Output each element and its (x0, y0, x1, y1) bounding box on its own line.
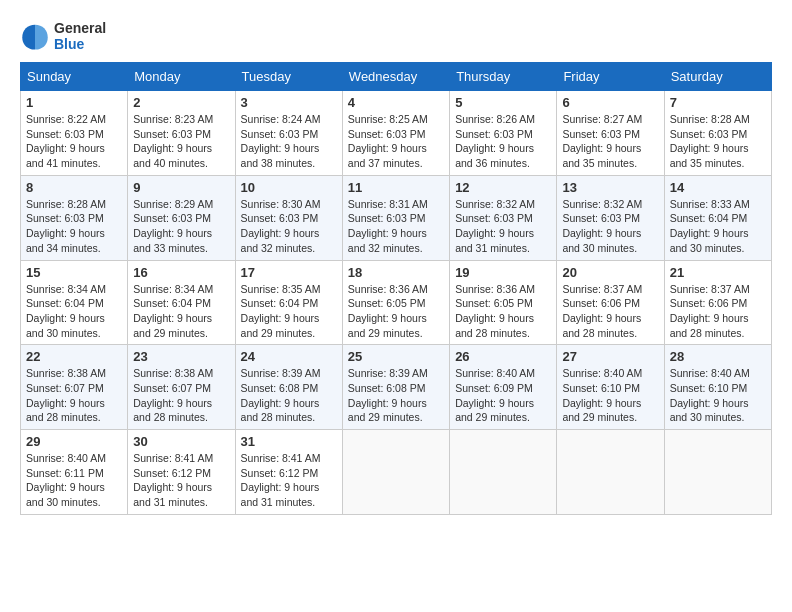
calendar-day-cell: 31Sunrise: 8:41 AMSunset: 6:12 PMDayligh… (235, 430, 342, 515)
calendar-day-cell: 26Sunrise: 8:40 AMSunset: 6:09 PMDayligh… (450, 345, 557, 430)
calendar-table: SundayMondayTuesdayWednesdayThursdayFrid… (20, 62, 772, 515)
calendar-day-cell: 22Sunrise: 8:38 AMSunset: 6:07 PMDayligh… (21, 345, 128, 430)
day-info: Sunrise: 8:25 AMSunset: 6:03 PMDaylight:… (348, 112, 444, 171)
day-info: Sunrise: 8:24 AMSunset: 6:03 PMDaylight:… (241, 112, 337, 171)
day-of-week-header: Tuesday (235, 63, 342, 91)
day-info: Sunrise: 8:40 AMSunset: 6:09 PMDaylight:… (455, 366, 551, 425)
day-of-week-header: Wednesday (342, 63, 449, 91)
day-number: 1 (26, 95, 122, 110)
day-info: Sunrise: 8:41 AMSunset: 6:12 PMDaylight:… (133, 451, 229, 510)
day-of-week-header: Friday (557, 63, 664, 91)
logo-icon (20, 21, 50, 51)
day-number: 25 (348, 349, 444, 364)
day-number: 4 (348, 95, 444, 110)
day-info: Sunrise: 8:40 AMSunset: 6:10 PMDaylight:… (562, 366, 658, 425)
calendar-day-cell: 25Sunrise: 8:39 AMSunset: 6:08 PMDayligh… (342, 345, 449, 430)
day-number: 16 (133, 265, 229, 280)
calendar-header-row: SundayMondayTuesdayWednesdayThursdayFrid… (21, 63, 772, 91)
day-info: Sunrise: 8:28 AMSunset: 6:03 PMDaylight:… (26, 197, 122, 256)
day-info: Sunrise: 8:38 AMSunset: 6:07 PMDaylight:… (26, 366, 122, 425)
day-info: Sunrise: 8:40 AMSunset: 6:11 PMDaylight:… (26, 451, 122, 510)
calendar-day-cell: 13Sunrise: 8:32 AMSunset: 6:03 PMDayligh… (557, 175, 664, 260)
calendar-day-cell (557, 430, 664, 515)
day-number: 24 (241, 349, 337, 364)
day-number: 12 (455, 180, 551, 195)
day-info: Sunrise: 8:34 AMSunset: 6:04 PMDaylight:… (133, 282, 229, 341)
day-info: Sunrise: 8:36 AMSunset: 6:05 PMDaylight:… (348, 282, 444, 341)
day-number: 6 (562, 95, 658, 110)
calendar-day-cell: 23Sunrise: 8:38 AMSunset: 6:07 PMDayligh… (128, 345, 235, 430)
calendar-week-row: 1Sunrise: 8:22 AMSunset: 6:03 PMDaylight… (21, 91, 772, 176)
day-info: Sunrise: 8:39 AMSunset: 6:08 PMDaylight:… (241, 366, 337, 425)
day-info: Sunrise: 8:40 AMSunset: 6:10 PMDaylight:… (670, 366, 766, 425)
day-number: 8 (26, 180, 122, 195)
calendar-day-cell: 19Sunrise: 8:36 AMSunset: 6:05 PMDayligh… (450, 260, 557, 345)
day-info: Sunrise: 8:31 AMSunset: 6:03 PMDaylight:… (348, 197, 444, 256)
day-number: 20 (562, 265, 658, 280)
calendar-day-cell: 8Sunrise: 8:28 AMSunset: 6:03 PMDaylight… (21, 175, 128, 260)
day-number: 9 (133, 180, 229, 195)
day-info: Sunrise: 8:28 AMSunset: 6:03 PMDaylight:… (670, 112, 766, 171)
calendar-day-cell: 2Sunrise: 8:23 AMSunset: 6:03 PMDaylight… (128, 91, 235, 176)
calendar-day-cell: 7Sunrise: 8:28 AMSunset: 6:03 PMDaylight… (664, 91, 771, 176)
calendar-day-cell: 18Sunrise: 8:36 AMSunset: 6:05 PMDayligh… (342, 260, 449, 345)
day-info: Sunrise: 8:30 AMSunset: 6:03 PMDaylight:… (241, 197, 337, 256)
day-of-week-header: Saturday (664, 63, 771, 91)
calendar-week-row: 22Sunrise: 8:38 AMSunset: 6:07 PMDayligh… (21, 345, 772, 430)
day-number: 30 (133, 434, 229, 449)
day-number: 21 (670, 265, 766, 280)
day-number: 29 (26, 434, 122, 449)
day-info: Sunrise: 8:34 AMSunset: 6:04 PMDaylight:… (26, 282, 122, 341)
calendar-day-cell: 10Sunrise: 8:30 AMSunset: 6:03 PMDayligh… (235, 175, 342, 260)
day-number: 11 (348, 180, 444, 195)
day-number: 28 (670, 349, 766, 364)
day-number: 17 (241, 265, 337, 280)
day-of-week-header: Sunday (21, 63, 128, 91)
day-number: 22 (26, 349, 122, 364)
calendar-day-cell: 4Sunrise: 8:25 AMSunset: 6:03 PMDaylight… (342, 91, 449, 176)
day-number: 27 (562, 349, 658, 364)
calendar-day-cell: 11Sunrise: 8:31 AMSunset: 6:03 PMDayligh… (342, 175, 449, 260)
calendar-day-cell (450, 430, 557, 515)
calendar-day-cell: 12Sunrise: 8:32 AMSunset: 6:03 PMDayligh… (450, 175, 557, 260)
calendar-day-cell (342, 430, 449, 515)
day-info: Sunrise: 8:32 AMSunset: 6:03 PMDaylight:… (562, 197, 658, 256)
day-info: Sunrise: 8:26 AMSunset: 6:03 PMDaylight:… (455, 112, 551, 171)
calendar-day-cell: 1Sunrise: 8:22 AMSunset: 6:03 PMDaylight… (21, 91, 128, 176)
calendar-day-cell: 6Sunrise: 8:27 AMSunset: 6:03 PMDaylight… (557, 91, 664, 176)
calendar-day-cell: 5Sunrise: 8:26 AMSunset: 6:03 PMDaylight… (450, 91, 557, 176)
day-number: 18 (348, 265, 444, 280)
day-number: 13 (562, 180, 658, 195)
day-info: Sunrise: 8:23 AMSunset: 6:03 PMDaylight:… (133, 112, 229, 171)
day-number: 7 (670, 95, 766, 110)
day-number: 2 (133, 95, 229, 110)
day-number: 5 (455, 95, 551, 110)
day-info: Sunrise: 8:37 AMSunset: 6:06 PMDaylight:… (562, 282, 658, 341)
calendar-day-cell: 27Sunrise: 8:40 AMSunset: 6:10 PMDayligh… (557, 345, 664, 430)
day-info: Sunrise: 8:22 AMSunset: 6:03 PMDaylight:… (26, 112, 122, 171)
calendar-week-row: 8Sunrise: 8:28 AMSunset: 6:03 PMDaylight… (21, 175, 772, 260)
logo-text: General Blue (54, 20, 106, 52)
day-info: Sunrise: 8:39 AMSunset: 6:08 PMDaylight:… (348, 366, 444, 425)
day-info: Sunrise: 8:35 AMSunset: 6:04 PMDaylight:… (241, 282, 337, 341)
day-info: Sunrise: 8:38 AMSunset: 6:07 PMDaylight:… (133, 366, 229, 425)
day-number: 14 (670, 180, 766, 195)
calendar-day-cell: 14Sunrise: 8:33 AMSunset: 6:04 PMDayligh… (664, 175, 771, 260)
calendar-day-cell: 17Sunrise: 8:35 AMSunset: 6:04 PMDayligh… (235, 260, 342, 345)
day-number: 15 (26, 265, 122, 280)
day-number: 23 (133, 349, 229, 364)
day-number: 3 (241, 95, 337, 110)
day-info: Sunrise: 8:37 AMSunset: 6:06 PMDaylight:… (670, 282, 766, 341)
day-of-week-header: Monday (128, 63, 235, 91)
day-number: 31 (241, 434, 337, 449)
day-info: Sunrise: 8:41 AMSunset: 6:12 PMDaylight:… (241, 451, 337, 510)
day-number: 10 (241, 180, 337, 195)
day-info: Sunrise: 8:32 AMSunset: 6:03 PMDaylight:… (455, 197, 551, 256)
day-info: Sunrise: 8:33 AMSunset: 6:04 PMDaylight:… (670, 197, 766, 256)
calendar-day-cell: 21Sunrise: 8:37 AMSunset: 6:06 PMDayligh… (664, 260, 771, 345)
calendar-day-cell (664, 430, 771, 515)
day-number: 19 (455, 265, 551, 280)
day-info: Sunrise: 8:36 AMSunset: 6:05 PMDaylight:… (455, 282, 551, 341)
day-number: 26 (455, 349, 551, 364)
day-info: Sunrise: 8:29 AMSunset: 6:03 PMDaylight:… (133, 197, 229, 256)
